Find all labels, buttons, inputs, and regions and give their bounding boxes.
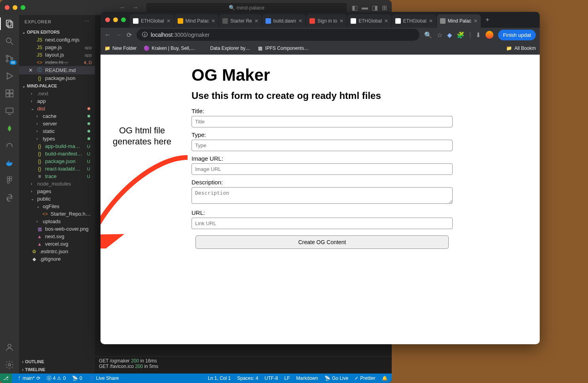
share-icon[interactable] [5,141,14,150]
reload-icon[interactable]: ⟳ [127,31,132,39]
folder-item[interactable]: ›uploads [19,218,95,225]
tab-close-icon[interactable]: ✕ [474,18,478,24]
bookmark-item[interactable]: ▦IPFS Components… [257,46,309,51]
file-item[interactable]: ⚙.eslintrc.json [19,248,95,255]
open-editor-item[interactable]: JSnext.config.mjs [19,36,95,44]
description-input[interactable] [192,187,453,204]
debug-icon[interactable] [5,71,14,81]
update-button[interactable]: Finish updat [498,30,536,40]
folder-item[interactable]: ›static [19,127,95,135]
explorer-icon[interactable] [5,19,14,28]
lang-button[interactable]: Markdown [296,375,318,381]
encoding-button[interactable]: UTF-8 [265,375,278,381]
terminal[interactable]: GET /ogmaker 200 in 16ms GET /favicon.ic… [95,356,392,374]
scm-icon[interactable]: 88 [5,54,14,63]
settings-icon[interactable] [5,360,14,370]
docker-icon[interactable] [5,158,14,168]
figma-icon[interactable] [5,176,14,185]
layout-controls[interactable]: ◧ ▬ ◨ ⊞ [352,4,387,11]
create-button[interactable]: Create OG Content [195,235,449,249]
folder-item[interactable]: ›types [19,135,95,142]
zoom-icon[interactable]: 🔍 [424,31,432,39]
problems-button[interactable]: ⓧ 4 ⚠ 0 [47,375,66,382]
tab-close-icon[interactable]: ✕ [254,18,258,24]
all-bookmarks-button[interactable]: 📁 All Bookm [506,46,536,51]
folder-item[interactable]: ›.next [19,90,95,97]
minimize-icon[interactable] [13,5,17,10]
layout-icon[interactable]: ⊞ [382,4,387,11]
site-info-icon[interactable]: ⓘ [142,31,148,38]
search-icon[interactable] [5,36,14,46]
back-icon[interactable]: ← [104,31,111,38]
file-item[interactable]: ≡traceU [19,173,95,180]
title-input[interactable] [192,116,453,127]
image-url-input[interactable] [192,163,453,175]
project-section[interactable]: ⌄ MIND-PALACE [19,82,95,90]
folder-item[interactable]: ›server [19,120,95,127]
open-editor-item[interactable]: ✕ⓘREADME.md [19,66,95,74]
ports-button[interactable]: 📡 0 [72,375,82,381]
remote-button[interactable]: ⎇ [0,374,12,383]
browser-window-controls[interactable] [105,17,126,22]
folder-item[interactable]: ⌄dist [19,105,95,112]
file-item[interactable]: ▲next.svg [19,233,95,240]
liveshare-button[interactable]: 👤 Live Share [89,375,119,381]
folder-item[interactable]: ›app [19,97,95,105]
close-icon[interactable] [5,5,9,10]
bookmark-item[interactable]: Data Explorer by… [202,46,250,51]
type-input[interactable] [192,140,453,151]
bookmark-item[interactable]: 🟣Kraken | Buy, Sell,… [144,46,195,51]
browser-tab[interactable]: Mind Palac✕ [175,14,218,28]
file-item[interactable]: <>Starter_Repo.html [19,210,95,218]
timeline-section[interactable]: › TIMELINE [19,366,95,374]
back-icon[interactable]: ← [119,4,126,11]
tab-close-icon[interactable]: ✕ [211,18,215,24]
nav-arrows[interactable]: ← → [119,4,138,11]
indent-button[interactable]: Spaces: 4 [237,375,258,381]
file-item[interactable]: ▦bos-web-cover.png [19,225,95,233]
prettier-button[interactable]: ✓ Prettier [355,375,376,381]
tab-close-icon[interactable]: ✕ [429,18,433,24]
maximize-icon[interactable] [121,17,126,22]
close-icon[interactable] [105,17,110,22]
file-item[interactable]: {}app-build-ma…U [19,142,95,150]
more-icon[interactable]: ⋯ [85,19,89,24]
python-icon[interactable] [5,193,14,203]
browser-tab[interactable]: Starter Re✕ [219,14,262,28]
notifications-icon[interactable]: 🔔 [382,375,388,381]
file-item[interactable]: {}react-loadabl…U [19,165,95,173]
cursor-pos[interactable]: Ln 1, Col 1 [208,375,231,381]
browser-tab[interactable]: ETHGlobal✕ [392,14,436,28]
tab-close-icon[interactable]: ✕ [384,18,388,24]
browser-tab[interactable]: Mind Palac✕ [437,14,481,28]
url-input[interactable] [192,218,453,229]
browser-tab[interactable]: build.dawn✕ [262,14,305,28]
panel-bottom-icon[interactable]: ▬ [362,4,368,11]
file-item[interactable]: {}build-manifest…U [19,150,95,157]
tab-close-icon[interactable]: ✕ [167,18,171,24]
outline-section[interactable]: › OUTLINE [19,358,95,366]
extensions-icon[interactable] [5,89,14,98]
file-item[interactable]: ▲vercel.svg [19,240,95,248]
folder-item[interactable]: ›node_modules [19,180,95,188]
panel-right-icon[interactable]: ◨ [372,4,378,11]
bookmark-icon[interactable]: ☆ [437,31,442,39]
folder-item[interactable]: ⌄ogFiles [19,203,95,210]
open-editor-item[interactable]: <>index.ht…4, D [19,59,95,66]
mongodb-icon[interactable] [5,123,14,133]
open-editors-section[interactable]: ⌄ OPEN EDITORS [19,28,95,36]
eol-button[interactable]: LF [285,375,290,381]
file-item[interactable]: ◆.gitignore [19,255,95,263]
window-controls[interactable] [5,5,25,10]
open-editor-item[interactable]: JSpage.jsapp [19,44,95,51]
forward-icon[interactable]: → [132,4,138,11]
new-tab-button[interactable]: + [482,16,493,23]
browser-tab[interactable]: ETHGlobal✕ [347,14,391,28]
bookmark-item[interactable]: 📁New Folder [104,46,137,51]
minimize-icon[interactable] [113,17,118,22]
file-item[interactable]: {}package.jsonU [19,157,95,165]
open-editor-item[interactable]: {}package.json [19,74,95,82]
forward-icon[interactable]: → [116,31,122,38]
profile-icon[interactable] [486,31,493,39]
browser-tab[interactable]: Sign in to✕ [306,14,347,28]
